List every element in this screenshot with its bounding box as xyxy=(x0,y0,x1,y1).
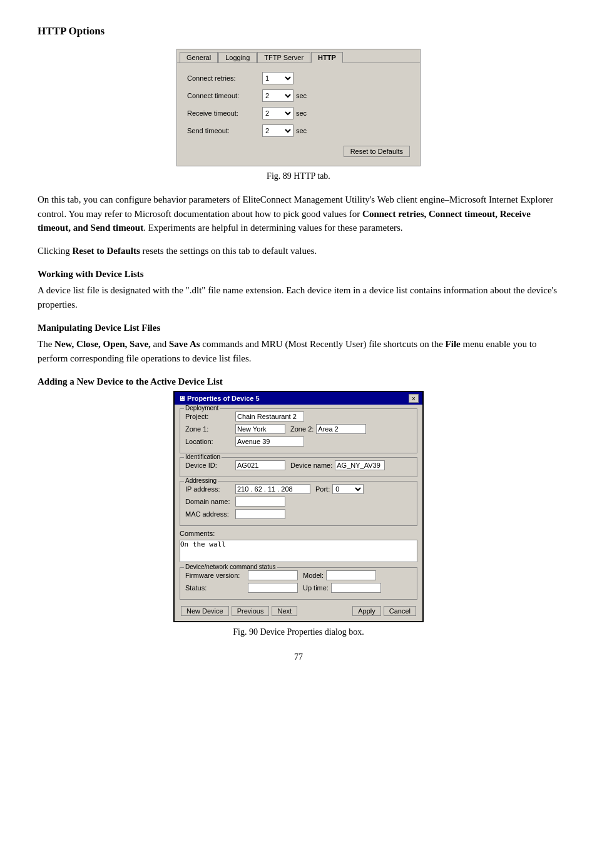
previous-button[interactable]: Previous xyxy=(232,606,270,616)
zone-row: Zone 1: Zone 2: xyxy=(185,424,412,434)
project-input[interactable] xyxy=(235,411,304,421)
manipulating-files-text: The New, Close, Open, Save, and Save As … xyxy=(38,337,559,365)
dialog-button-row: New Device Previous Next Apply Cancel xyxy=(180,603,417,617)
identification-section: Identification Device ID: Device name: xyxy=(180,457,417,477)
device-id-input[interactable] xyxy=(235,460,285,470)
dialog-body: Deployment Project: Zone 1: Zone 2: Loca… xyxy=(175,405,422,621)
dialog-tabs: General Logging TFTP Server HTTP xyxy=(177,49,420,63)
para2-start: Clicking xyxy=(38,246,72,256)
manip-bold2: Save As xyxy=(169,339,200,349)
para2-bold: Reset to Defaults xyxy=(72,246,140,256)
project-row: Project: xyxy=(185,411,412,421)
connect-retries-label: Connect retries: xyxy=(187,74,262,82)
page-title: HTTP Options xyxy=(38,25,559,38)
ip-row: IP address: Port: 0 xyxy=(185,484,412,494)
manip-intro: The xyxy=(38,339,54,349)
cancel-button[interactable]: Cancel xyxy=(384,606,416,616)
para1-end: . Experiments are helpful in determining… xyxy=(143,223,402,233)
tab-logging[interactable]: Logging xyxy=(218,52,257,63)
apply-button[interactable]: Apply xyxy=(352,606,381,616)
fig90-caption: Fig. 90 Device Properties dialog box. xyxy=(233,627,364,637)
ip-label: IP address: xyxy=(185,485,235,493)
status-label: Status: xyxy=(185,584,248,592)
receive-timeout-select[interactable]: 2510 xyxy=(262,107,293,119)
port-label: Port: xyxy=(315,485,330,493)
page-number: 77 xyxy=(38,652,559,662)
manip-mid: and xyxy=(151,339,169,349)
connect-retries-row: Connect retries: 123 xyxy=(187,72,410,84)
model-input xyxy=(326,570,376,580)
fig89-caption: Fig. 89 HTTP tab. xyxy=(267,171,330,181)
addressing-label: Addressing xyxy=(184,477,218,484)
mac-row: MAC address: xyxy=(185,509,412,519)
comments-textarea[interactable]: On the wall xyxy=(180,540,417,562)
connect-timeout-select[interactable]: 2510 xyxy=(262,89,293,102)
model-label: Model: xyxy=(303,572,324,579)
device-id-label: Device ID: xyxy=(185,462,235,469)
zone2-input[interactable] xyxy=(316,424,366,434)
tab-general[interactable]: General xyxy=(180,52,218,63)
firmware-input xyxy=(248,570,298,580)
working-device-lists-text: A device list file is designated with th… xyxy=(38,283,559,311)
zone1-input[interactable] xyxy=(235,424,285,434)
right-buttons: Apply Cancel xyxy=(352,606,416,616)
manip-bold1: New, Close, Open, Save, xyxy=(54,339,151,349)
connect-timeout-label: Connect timeout: xyxy=(187,92,262,99)
domain-input[interactable] xyxy=(235,497,285,507)
tab-tftp-server[interactable]: TFTP Server xyxy=(257,52,310,63)
identification-label: Identification xyxy=(184,453,222,460)
status-input xyxy=(248,583,298,593)
firmware-label: Firmware version: xyxy=(185,572,248,579)
device-name-input[interactable] xyxy=(335,460,385,470)
zone1-label: Zone 1: xyxy=(185,425,235,433)
mac-label: MAC address: xyxy=(185,510,235,518)
working-device-lists-heading: Working with Device Lists xyxy=(38,269,559,280)
dialog-http-content: Connect retries: 123 Connect timeout: 25… xyxy=(177,63,420,166)
body-paragraph-2: Clicking Reset to Defaults resets the se… xyxy=(38,244,559,258)
dialog-close-button[interactable]: × xyxy=(409,394,419,403)
http-dialog-figure: General Logging TFTP Server HTTP Connect… xyxy=(38,49,559,181)
reset-to-defaults-button[interactable]: Reset to Defaults xyxy=(344,146,410,157)
http-dialog: General Logging TFTP Server HTTP Connect… xyxy=(176,49,421,166)
ip-input[interactable] xyxy=(235,484,310,494)
device-name-label: Device name: xyxy=(290,462,332,469)
project-label: Project: xyxy=(185,413,235,420)
manipulating-files-heading: Manipulating Device List Files xyxy=(38,323,559,333)
location-row: Location: xyxy=(185,437,412,447)
receive-timeout-unit: sec xyxy=(296,109,307,117)
location-label: Location: xyxy=(185,438,235,445)
comments-section: Comments: On the wall xyxy=(180,530,417,563)
dialog-title-icon: 🖥 xyxy=(178,395,187,402)
firmware-row: Firmware version: Model: xyxy=(185,570,412,580)
receive-timeout-row: Receive timeout: 2510 sec xyxy=(187,107,410,119)
left-buttons: New Device Previous Next xyxy=(181,606,297,616)
deployment-label: Deployment xyxy=(184,405,220,411)
device-properties-dialog: 🖥 Properties of Device 5 × Deployment Pr… xyxy=(173,391,424,622)
mac-input[interactable] xyxy=(235,509,285,519)
send-timeout-select[interactable]: 2510 xyxy=(262,124,293,137)
para2-end: resets the settings on this tab to defau… xyxy=(140,246,317,256)
tab-http[interactable]: HTTP xyxy=(311,52,343,63)
connect-retries-select[interactable]: 123 xyxy=(262,72,293,84)
next-button[interactable]: Next xyxy=(272,606,297,616)
zone2-label: Zone 2: xyxy=(290,425,314,433)
deployment-section: Deployment Project: Zone 1: Zone 2: Loca… xyxy=(180,408,417,453)
manip-bold3: File xyxy=(446,339,461,349)
domain-row: Domain name: xyxy=(185,497,412,507)
addressing-section: Addressing IP address: Port: 0 Domain na… xyxy=(180,481,417,526)
connect-timeout-row: Connect timeout: 2510 sec xyxy=(187,89,410,102)
network-status-section: Device/network command status Firmware v… xyxy=(180,567,417,600)
device-dialog-figure: 🖥 Properties of Device 5 × Deployment Pr… xyxy=(38,391,559,637)
send-timeout-row: Send timeout: 2510 sec xyxy=(187,124,410,137)
new-device-button[interactable]: New Device xyxy=(181,606,229,616)
uptime-input xyxy=(331,583,381,593)
dialog-title-bar: 🖥 Properties of Device 5 × xyxy=(175,392,422,405)
connect-timeout-unit: sec xyxy=(296,92,307,99)
status-row: Status: Up time: xyxy=(185,583,412,593)
adding-device-heading: Adding a New Device to the Active Device… xyxy=(38,376,559,387)
port-select[interactable]: 0 xyxy=(332,484,364,494)
location-input[interactable] xyxy=(235,437,304,447)
receive-timeout-label: Receive timeout: xyxy=(187,109,262,117)
network-status-label: Device/network command status xyxy=(184,563,277,570)
device-id-row: Device ID: Device name: xyxy=(185,460,412,470)
